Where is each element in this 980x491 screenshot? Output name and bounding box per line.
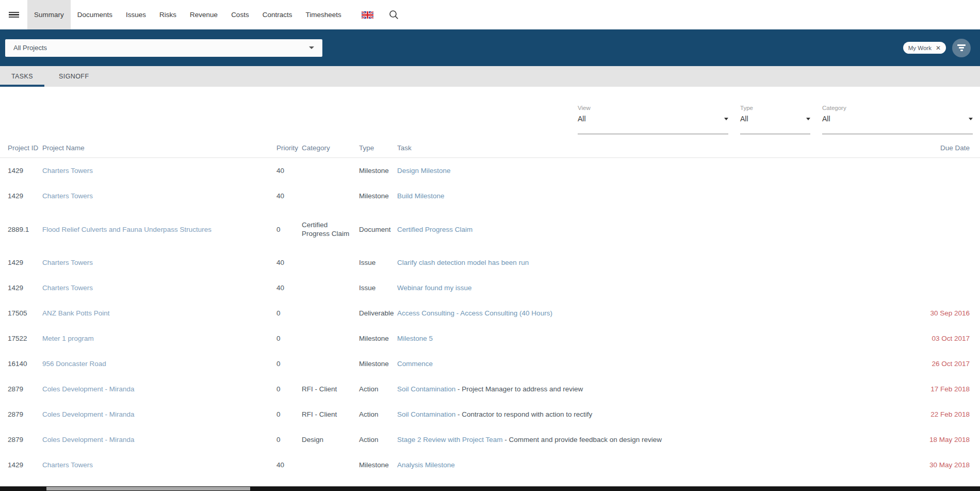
- task-link[interactable]: Webinar found my issue: [397, 284, 472, 292]
- nav-tab-risks[interactable]: Risks: [153, 0, 183, 29]
- table-header: Project ID Project Name Priority Categor…: [0, 134, 980, 158]
- nav-tab-costs[interactable]: Costs: [224, 0, 256, 29]
- cell-task: Soil Contamination - Project Manager to …: [397, 385, 908, 393]
- task-link[interactable]: Build Milestone: [397, 192, 445, 200]
- project-name-link[interactable]: Coles Development - Miranda: [42, 385, 276, 393]
- dropdown-filters: View All Type All Category All: [0, 87, 980, 134]
- nav-tab-contracts[interactable]: Contracts: [256, 0, 299, 29]
- cell-task: Certified Progress Claim: [397, 226, 908, 233]
- cell-priority: 0: [276, 360, 302, 368]
- nav-tab-revenue[interactable]: Revenue: [183, 0, 224, 29]
- cell-category: Certified Progress Claim: [302, 220, 359, 238]
- cell-project-id: 1429: [8, 259, 42, 266]
- column-header-type: Type: [359, 144, 397, 152]
- nav-tab-documents[interactable]: Documents: [71, 0, 119, 29]
- cell-priority: 40: [276, 192, 302, 200]
- cell-priority: 0: [276, 309, 302, 317]
- view-filter-select[interactable]: View All: [578, 105, 728, 134]
- tab-tasks[interactable]: TASKS: [11, 66, 33, 87]
- chevron-down-icon: [806, 118, 810, 120]
- my-work-chip[interactable]: My Work ✕: [903, 42, 946, 54]
- cell-type: Deliverable: [359, 309, 397, 317]
- view-filter-value: All: [578, 115, 586, 123]
- tab-signoff[interactable]: SIGNOFF: [59, 66, 89, 87]
- category-filter-select[interactable]: Category All: [822, 105, 973, 134]
- cell-project-id: 1429: [8, 284, 42, 292]
- cell-type: Action: [359, 410, 397, 418]
- cell-task: Soil Contamination - Contractor to respo…: [397, 410, 908, 418]
- cell-priority: 0: [276, 410, 302, 418]
- task-link[interactable]: Stage 2 Review with Project Team: [397, 436, 503, 444]
- chevron-down-icon: [724, 118, 728, 120]
- table-row: 2879 Coles Development - Miranda 0 Desig…: [0, 427, 980, 452]
- column-header-project-id: Project ID: [8, 144, 42, 152]
- project-name-link[interactable]: Charters Towers: [42, 192, 276, 200]
- filter-icon: [957, 44, 966, 45]
- column-header-task: Task: [397, 144, 908, 152]
- project-name-link[interactable]: Meter 1 program: [42, 335, 276, 342]
- close-icon[interactable]: ✕: [936, 45, 941, 51]
- project-name-link[interactable]: Charters Towers: [42, 461, 276, 469]
- cell-type: Issue: [359, 284, 397, 292]
- project-scope-select[interactable]: All Projects: [5, 39, 322, 57]
- task-link[interactable]: Analysis Milestone: [397, 461, 455, 469]
- category-filter-value: All: [822, 115, 830, 123]
- task-link[interactable]: Access Consulting - Access Consulting (4…: [397, 309, 552, 317]
- table-row: 16140 956 Doncaster Road 0 Milestone Com…: [0, 351, 980, 376]
- table-row: 1429 Charters Towers 40 Milestone Analys…: [0, 452, 980, 478]
- task-link[interactable]: Soil Contamination: [397, 385, 455, 393]
- cell-category: Design: [302, 435, 359, 444]
- cell-type: Milestone: [359, 167, 397, 175]
- nav-tab-summary[interactable]: Summary: [27, 0, 71, 29]
- column-header-project-name: Project Name: [42, 144, 276, 152]
- project-name-link[interactable]: ANZ Bank Potts Point: [42, 309, 276, 317]
- task-link[interactable]: Milestone 5: [397, 335, 433, 342]
- language-selector[interactable]: [362, 0, 373, 29]
- project-name-link[interactable]: Coles Development - Miranda: [42, 436, 276, 444]
- cell-type: Issue: [359, 259, 397, 266]
- cell-project-id: 2879: [8, 385, 42, 393]
- cell-type: Action: [359, 436, 397, 444]
- project-name-link[interactable]: 956 Doncaster Road: [42, 360, 276, 368]
- project-name-link[interactable]: Charters Towers: [42, 259, 276, 266]
- nav-tab-issues[interactable]: Issues: [119, 0, 153, 29]
- task-link[interactable]: Certified Progress Claim: [397, 226, 472, 233]
- cell-priority: 40: [276, 259, 302, 266]
- table-row: 2889.1 Flood Relief Culverts and Fauna U…: [0, 209, 980, 250]
- task-link[interactable]: Clarify clash detection model has been r…: [397, 259, 529, 266]
- cell-project-id: 16140: [8, 360, 42, 368]
- hamburger-menu-button[interactable]: [0, 0, 27, 29]
- cell-project-id: 2879: [8, 436, 42, 444]
- view-filter-label: View: [578, 105, 728, 111]
- project-name-link[interactable]: Charters Towers: [42, 167, 276, 175]
- search-button[interactable]: [389, 0, 399, 29]
- task-note: - Comment and provide feedback on design…: [503, 436, 662, 444]
- cell-priority: 40: [276, 284, 302, 292]
- task-link[interactable]: Commence: [397, 360, 433, 368]
- filter-button[interactable]: [952, 39, 971, 57]
- cell-task: Design Milestone: [397, 167, 908, 175]
- project-name-link[interactable]: Coles Development - Miranda: [42, 410, 276, 418]
- project-filter-bar: All Projects My Work ✕: [0, 29, 980, 66]
- type-filter-select[interactable]: Type All: [740, 105, 810, 134]
- project-name-link[interactable]: Charters Towers: [42, 284, 276, 292]
- cell-task: Access Consulting - Access Consulting (4…: [397, 309, 908, 317]
- column-header-due-date: Due Date: [908, 144, 970, 152]
- table-body: 1429 Charters Towers 40 Milestone Design…: [0, 158, 980, 491]
- column-header-priority: Priority: [276, 144, 302, 152]
- cell-task: Commence: [397, 360, 908, 368]
- cell-due-date: 26 Oct 2017: [908, 360, 970, 368]
- task-link[interactable]: Soil Contamination: [397, 410, 455, 418]
- table-row: 2879 Coles Development - Miranda 0 RFI -…: [0, 376, 980, 402]
- task-note: - Project Manager to address and review: [455, 385, 583, 393]
- table-row: 17522 Meter 1 program 0 Milestone Milest…: [0, 326, 980, 351]
- cell-priority: 40: [276, 167, 302, 175]
- table-row: 1429 Charters Towers 40 Issue Webinar fo…: [0, 275, 980, 300]
- cell-type: Milestone: [359, 360, 397, 368]
- project-scope-value: All Projects: [13, 44, 47, 52]
- project-name-link[interactable]: Flood Relief Culverts and Fauna Underpas…: [42, 226, 276, 233]
- horizontal-scrollbar[interactable]: [0, 486, 980, 491]
- nav-tab-timesheets[interactable]: Timesheets: [299, 0, 348, 29]
- scrollbar-thumb[interactable]: [46, 487, 250, 490]
- task-link[interactable]: Design Milestone: [397, 167, 451, 175]
